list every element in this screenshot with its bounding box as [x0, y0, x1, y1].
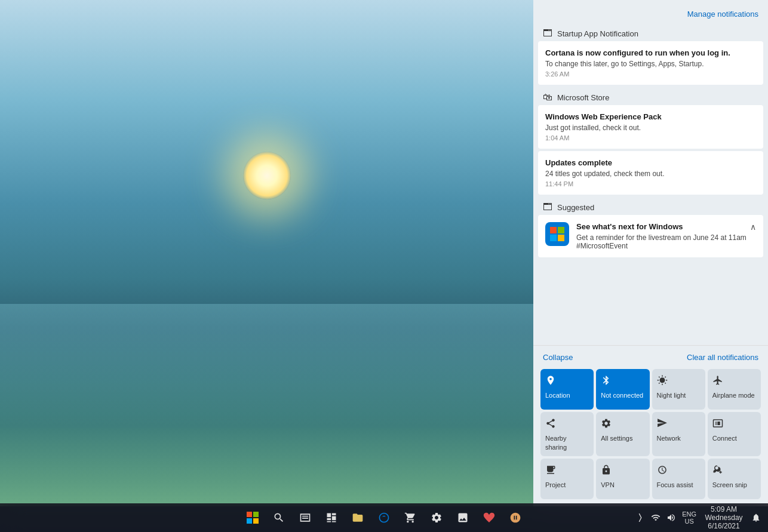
focus-assist-icon	[657, 465, 668, 478]
notif-cortana-title: Cortana is now configured to run when yo…	[545, 48, 756, 57]
quick-tile-network[interactable]: Network	[652, 412, 705, 456]
quick-tile-screen-snip[interactable]: Screen snip	[708, 459, 761, 499]
all-settings-label: All settings	[601, 434, 632, 442]
network-tray-icon[interactable]	[649, 506, 663, 530]
taskbar-right: ENG US 5:09 AM Wednesday 6/16/2021	[633, 505, 768, 530]
clock-date: 6/16/2021	[708, 522, 739, 530]
file-explorer-button[interactable]	[346, 506, 370, 530]
footer-actions-row: Collapse Clear all notifications	[538, 350, 763, 364]
clock[interactable]: 5:09 AM Wednesday 6/16/2021	[700, 505, 748, 530]
notif-card-updates[interactable]: Updates complete 24 titles got updated, …	[538, 151, 763, 195]
extra-app-button[interactable]	[503, 506, 527, 530]
quick-tile-focus-assist[interactable]: Focus assist	[652, 459, 705, 499]
notif-webexp-title: Windows Web Experience Pack	[545, 112, 756, 121]
location-label: Location	[545, 391, 570, 399]
widgets-button[interactable]	[320, 506, 343, 530]
collapse-button[interactable]: Collapse	[543, 353, 573, 362]
startup-group-icon: 🗔	[543, 28, 552, 39]
svg-rect-6	[247, 518, 252, 524]
svg-rect-13	[332, 521, 336, 522]
notif-card-cortana[interactable]: Cortana is now configured to run when yo…	[538, 41, 763, 85]
clock-time: 5:09 AM	[711, 505, 737, 513]
location-icon	[545, 375, 556, 389]
quick-actions-grid: Location Not connected Night light Airpl…	[538, 367, 763, 502]
notification-panel: Manage notifications 🗔 Startup App Notif…	[533, 0, 768, 506]
nearby-sharing-icon	[545, 418, 556, 432]
svg-rect-11	[327, 518, 331, 520]
quick-tile-location[interactable]: Location	[540, 369, 594, 410]
notification-panel-button[interactable]	[749, 506, 763, 530]
wallpaper-water	[0, 304, 533, 506]
svg-rect-5	[253, 512, 259, 517]
quick-tile-all-settings[interactable]: All settings	[596, 412, 649, 456]
taskbar-settings-button[interactable]	[425, 506, 448, 530]
focus-assist-label: Focus assist	[657, 481, 693, 489]
language-indicator[interactable]: ENG US	[680, 511, 699, 525]
suggested-body: Get a reminder for the livestream on Jun…	[576, 233, 756, 250]
volume-icon[interactable]	[664, 506, 678, 530]
svg-rect-10	[332, 516, 336, 521]
bluetooth-icon	[601, 375, 612, 389]
svg-rect-7	[253, 518, 259, 524]
airplane-icon	[712, 375, 723, 389]
svg-rect-0	[550, 227, 557, 233]
notif-updates-body: 24 titles got updated, check them out.	[545, 170, 756, 178]
notif-card-webexp[interactable]: Windows Web Experience Pack Just got ins…	[538, 105, 763, 149]
startup-group-title: Startup App Notification	[557, 29, 638, 38]
solitaire-button[interactable]	[477, 506, 501, 530]
edge-button[interactable]	[372, 506, 396, 530]
project-label: Project	[545, 481, 566, 489]
store-button[interactable]	[398, 506, 422, 530]
suggested-content: See what's next for Windows Get a remind…	[576, 222, 756, 250]
manage-notifications-button[interactable]: Manage notifications	[687, 10, 758, 19]
screen-snip-label: Screen snip	[712, 481, 747, 489]
quick-tile-vpn[interactable]: VPN	[596, 459, 649, 499]
airplane-label: Airplane mode	[712, 391, 755, 399]
photos-button[interactable]	[451, 506, 475, 530]
svg-rect-1	[558, 227, 564, 233]
quick-tile-project[interactable]: Project	[540, 459, 594, 499]
task-view-button[interactable]	[293, 506, 317, 530]
svg-rect-9	[332, 513, 336, 515]
nearby-sharing-label: Nearby sharing	[545, 434, 589, 451]
clear-all-button[interactable]: Clear all notifications	[687, 353, 758, 362]
notif-group-suggested: 🗔 Suggested	[538, 197, 763, 215]
msstore-group-title: Microsoft Store	[557, 93, 609, 102]
quick-tile-airplane[interactable]: Airplane mode	[708, 369, 761, 410]
msstore-group-icon: 🛍	[543, 92, 552, 103]
notif-webexp-body: Just got installed, check it out.	[545, 124, 756, 132]
vpn-label: VPN	[601, 481, 615, 489]
screen-snip-icon	[712, 465, 723, 478]
vpn-icon	[601, 465, 612, 478]
notif-cortana-body: To change this later, go to Settings, Ap…	[545, 60, 756, 68]
quick-tile-bluetooth[interactable]: Not connected	[596, 369, 649, 410]
action-center-footer: Collapse Clear all notifications Locatio…	[533, 345, 768, 506]
suggested-title: See what's next for Windows	[576, 222, 756, 231]
quick-tile-nearby-sharing[interactable]: Nearby sharing	[540, 412, 594, 456]
taskbar-center	[241, 506, 527, 530]
region-label: US	[684, 518, 693, 525]
svg-rect-2	[550, 235, 557, 241]
all-settings-icon	[601, 418, 612, 432]
taskbar: ENG US 5:09 AM Wednesday 6/16/2021	[0, 503, 768, 532]
search-button[interactable]	[267, 506, 291, 530]
night-light-label: Night light	[657, 391, 686, 399]
suggested-group-icon: 🗔	[543, 202, 552, 213]
svg-rect-12	[327, 521, 331, 522]
show-hidden-icons-button[interactable]	[633, 506, 647, 530]
notif-cortana-time: 3:26 AM	[545, 70, 756, 78]
project-icon	[545, 465, 556, 478]
suggested-app-icon	[545, 222, 569, 246]
wallpaper	[0, 0, 533, 506]
notif-updates-time: 11:44 PM	[545, 180, 756, 187]
clock-weekday: Wednesday	[705, 513, 742, 522]
bluetooth-label: Not connected	[601, 391, 643, 399]
start-button[interactable]	[241, 506, 265, 530]
notif-card-suggested[interactable]: See what's next for Windows Get a remind…	[538, 215, 763, 257]
notif-webexp-time: 1:04 AM	[545, 134, 756, 142]
night-light-icon	[657, 375, 668, 389]
quick-tile-connect[interactable]: Connect	[708, 412, 761, 456]
svg-rect-4	[247, 512, 252, 517]
quick-tile-night-light[interactable]: Night light	[652, 369, 705, 410]
notif-header: Manage notifications	[533, 0, 768, 23]
